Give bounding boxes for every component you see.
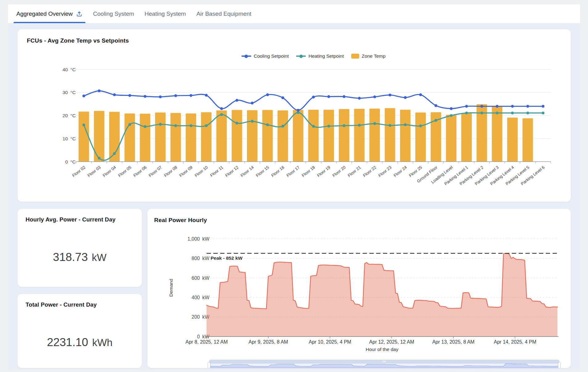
- svg-text:Floor 05: Floor 05: [117, 165, 132, 178]
- real-power-chart-plot: 0kW200kW400kW600kW800kW1,000kWPeak - 852…: [147, 209, 571, 368]
- tab-label: Aggregated Overview: [16, 10, 73, 17]
- cooling-setpoint-line: [82, 89, 545, 112]
- tab-label: Cooling System: [93, 10, 134, 17]
- total-power-value: 2231.10kWh: [18, 336, 142, 349]
- svg-text:0: 0: [197, 334, 200, 339]
- peak-label: Peak - 852 kW: [211, 255, 243, 261]
- svg-text:kW: kW: [202, 256, 210, 261]
- svg-text:Floor 09: Floor 09: [179, 165, 193, 178]
- value-unit: kW: [92, 252, 107, 263]
- fcu-chart-plot: 0°C10°C20°C30°C40°CFloor 02Floor 03Floor…: [18, 29, 571, 202]
- tab-cooling-system[interactable]: Cooling System: [88, 4, 139, 23]
- hourly-avg-power-card: Hourly Avg. Power - Current Day 318.73kW: [18, 209, 142, 287]
- tab-aggregated-overview[interactable]: Aggregated Overview: [11, 4, 88, 23]
- svg-text:Floor 11: Floor 11: [209, 165, 224, 178]
- value-number: 318.73: [53, 251, 88, 263]
- demand-area-series: [207, 253, 557, 337]
- svg-text:°C: °C: [70, 136, 76, 141]
- svg-text:Floor 07: Floor 07: [148, 165, 163, 178]
- svg-text:Apr 12, 2025, 12 AM: Apr 12, 2025, 12 AM: [369, 339, 414, 345]
- total-power-card: Total Power - Current Day 2231.10kWh: [18, 294, 142, 368]
- rp-x-axis: Apr 8, 2025, 12 AMApr 9, 2025, 8 AMApr 1…: [186, 337, 558, 352]
- svg-text:Floor 10: Floor 10: [194, 165, 209, 178]
- svg-text:Apr 13, 2025, 8 AM: Apr 13, 2025, 8 AM: [432, 339, 475, 345]
- svg-text:Floor 25: Floor 25: [408, 165, 423, 178]
- svg-text:Floor 18: Floor 18: [301, 165, 316, 178]
- svg-text:°C: °C: [70, 113, 76, 118]
- svg-text:Apr 14, 2025, 4 PM: Apr 14, 2025, 4 PM: [494, 339, 536, 345]
- svg-text:Floor 12: Floor 12: [224, 165, 239, 178]
- hourly-avg-power-value: 318.73kW: [18, 251, 142, 264]
- svg-text:1,000: 1,000: [187, 236, 200, 242]
- svg-text:Floor 22: Floor 22: [362, 165, 377, 178]
- svg-text:kW: kW: [202, 275, 210, 281]
- svg-text:°C: °C: [70, 67, 76, 72]
- fcu-x-axis: [76, 162, 551, 163]
- tab-air-based-equipment[interactable]: Air Based Equipment: [191, 4, 257, 23]
- real-power-hourly-card: Real Power Hourly 0kW200kW400kW600kW800k…: [147, 209, 571, 368]
- svg-text:Floor 23: Floor 23: [377, 165, 392, 178]
- svg-text:40: 40: [63, 67, 68, 72]
- tab-label: Heating System: [145, 10, 186, 17]
- svg-text:10: 10: [63, 136, 68, 141]
- x-axis-title: Hour of the day: [366, 347, 398, 352]
- tab-heating-system[interactable]: Heating System: [139, 4, 191, 23]
- upload-icon[interactable]: [76, 10, 83, 17]
- svg-text:Floor 21: Floor 21: [347, 165, 362, 178]
- svg-text:30: 30: [63, 90, 68, 95]
- hourly-avg-power-title: Hourly Avg. Power - Current Day: [26, 216, 116, 223]
- app-frame: Aggregated Overview Cooling System Heati…: [8, 4, 580, 370]
- svg-text:20: 20: [63, 113, 68, 118]
- brush-handle-left[interactable]: [208, 362, 210, 368]
- svg-text:Floor 04: Floor 04: [102, 165, 117, 178]
- fcu-x-labels: Floor 02Floor 03Floor 04Floor 05Floor 06…: [71, 165, 545, 186]
- svg-text:Floor 17: Floor 17: [286, 165, 300, 178]
- value-number: 2231.10: [47, 336, 88, 349]
- dashboard-content: FCUs - Avg Zone Temp vs Setpoints Coolin…: [8, 23, 580, 370]
- svg-text:400: 400: [191, 295, 200, 300]
- tab-bar: Aggregated Overview Cooling System Heati…: [8, 4, 580, 23]
- svg-text:Floor 03: Floor 03: [87, 165, 101, 178]
- svg-text:Apr 10, 2025, 4 PM: Apr 10, 2025, 4 PM: [309, 339, 351, 345]
- svg-text:200: 200: [191, 314, 200, 320]
- svg-text:Apr 8, 2025, 12 AM: Apr 8, 2025, 12 AM: [186, 339, 228, 345]
- svg-text:Floor 20: Floor 20: [331, 165, 346, 178]
- brush-handle-right[interactable]: [558, 362, 561, 368]
- svg-text:kW: kW: [202, 236, 210, 242]
- svg-text:°C: °C: [70, 159, 76, 164]
- data-zoom-brush[interactable]: [208, 360, 561, 368]
- svg-text:800: 800: [191, 256, 200, 261]
- svg-text:600: 600: [191, 275, 200, 281]
- total-power-title: Total Power - Current Day: [26, 301, 97, 308]
- svg-text:0: 0: [65, 159, 68, 164]
- svg-text:Apr 9, 2025, 8 AM: Apr 9, 2025, 8 AM: [249, 339, 288, 345]
- svg-text:Floor 08: Floor 08: [163, 165, 178, 178]
- svg-text:Floor 16: Floor 16: [270, 165, 285, 178]
- svg-text:Floor 19: Floor 19: [316, 165, 331, 178]
- svg-text:kW: kW: [202, 295, 210, 300]
- dashboard-screen: Aggregated Overview Cooling System Heati…: [0, 0, 588, 372]
- tab-label: Air Based Equipment: [196, 10, 252, 17]
- svg-text:Floor 15: Floor 15: [255, 165, 270, 178]
- svg-text:Floor 02: Floor 02: [71, 165, 86, 178]
- svg-text:Floor 14: Floor 14: [240, 165, 255, 178]
- svg-text:Floor 24: Floor 24: [393, 165, 408, 178]
- value-unit: kWh: [92, 337, 113, 348]
- fcu-setpoints-card: FCUs - Avg Zone Temp vs Setpoints Coolin…: [18, 29, 571, 202]
- brush-grip-icon[interactable]: [383, 361, 386, 362]
- svg-text:Floor 06: Floor 06: [133, 165, 147, 178]
- svg-text:°C: °C: [70, 90, 76, 95]
- y-axis-title: Demand: [168, 279, 174, 297]
